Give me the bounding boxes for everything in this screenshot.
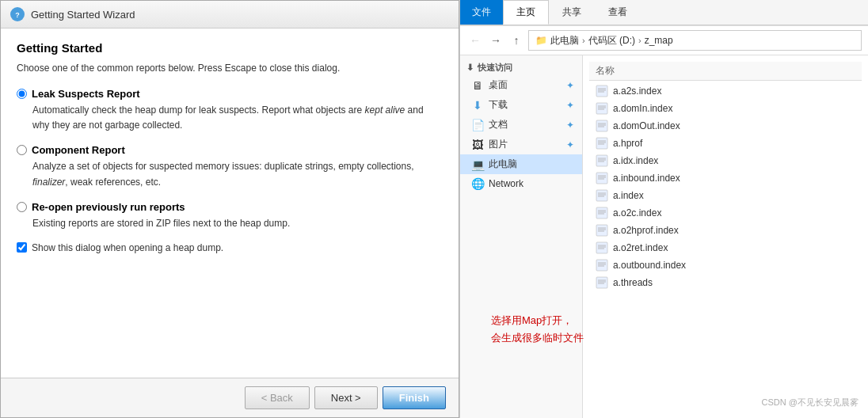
file-icon [596,276,608,289]
svg-rect-6 [596,103,607,114]
file-item-a-hprof[interactable]: a.hprof [589,135,862,152]
desktop-icon: 🖥 [471,79,484,92]
svg-text:?: ? [15,11,20,19]
file-name: a.o2ret.index [613,242,668,253]
tab-file[interactable]: 文件 [460,0,503,25]
file-item-a-a2s-index[interactable]: a.a2s.index [589,82,862,100]
file-name: a.outbound.index [613,260,686,271]
back-nav-button[interactable]: ← [466,32,484,49]
option-reopen-radio[interactable] [17,202,27,212]
next-button[interactable]: Next > [314,386,378,409]
file-name: a.domIn.index [613,103,672,114]
file-item-a-outbound-index[interactable]: a.outbound.index [589,256,862,274]
computer-icon: 💻 [471,158,484,171]
sidebar-pictures-label: 图片 [489,138,508,151]
finish-button[interactable]: Finish [383,386,446,409]
up-nav-button[interactable]: ↑ [508,32,525,49]
tab-home[interactable]: 主页 [503,0,549,25]
show-dialog-checkbox[interactable] [17,242,27,253]
wizard-subtitle: Choose one of the common reports below. … [17,61,443,75]
file-icon [596,102,608,115]
file-item-a-domin-index[interactable]: a.domIn.index [589,100,862,117]
file-icon [596,207,608,219]
file-name: a.idx.index [613,155,658,166]
download-icon: ⬇ [471,99,484,112]
pin-icon: ✦ [566,80,574,91]
picture-icon: 🖼 [471,139,484,151]
address-path[interactable]: 📁 此电脑 › 代码区 (D:) › z_map [528,30,862,51]
sidebar-item-downloads[interactable]: ⬇ 下载 ✦ [460,95,582,115]
file-item-a-o2ret-index[interactable]: a.o2ret.index [589,239,862,256]
path-icon: 📁 [535,35,547,46]
file-name: a.domOut.index [613,120,680,131]
sidebar-this-pc-label: 此电脑 [489,158,517,171]
file-icon [596,120,608,132]
sidebar-item-network[interactable]: 🌐 Network [460,174,582,193]
wizard-footer: < Back Next > Finish [1,378,459,417]
option-component-label[interactable]: Component Report [17,144,443,156]
file-list-header: 名称 [589,62,862,81]
csdn-watermark: CSDN @不见长安见晨雾 [762,397,858,408]
address-bar: ← → ↑ 📁 此电脑 › 代码区 (D:) › z_map [460,26,868,55]
file-name: a.hprof [613,138,642,149]
file-icon [596,259,608,272]
option-reopen-label[interactable]: Re-open previously run reports [17,201,443,213]
sidebar-downloads-label: 下载 [489,98,508,112]
option-leak-radio[interactable] [17,89,27,99]
wizard-content: Getting Started Choose one of the common… [1,28,459,378]
sidebar-item-this-pc[interactable]: 💻 此电脑 [460,154,582,174]
option-component: Component Report Analyze a set of object… [17,144,443,189]
sidebar-item-pictures[interactable]: 🖼 图片 ✦ [460,135,582,154]
file-name: a.index [613,190,644,201]
network-icon: 🌐 [471,177,484,190]
file-item-a-threads[interactable]: a.threads [589,274,862,291]
path-segment-folder: z_map [645,35,673,46]
svg-rect-2 [596,86,607,97]
file-item-a-o2c-index[interactable]: a.o2c.index [589,204,862,222]
option-leak: Leak Suspects Report Automatically check… [17,88,443,133]
svg-rect-46 [596,277,607,288]
option-reopen: Re-open previously run reports Existing … [17,201,443,231]
file-explorer: 文件 主页 共享 查看 ← → ↑ 📁 此电脑 › 代码区 (D:) › z_m… [459,0,868,418]
file-item-a-index[interactable]: a.index [589,187,862,204]
tab-view[interactable]: 查看 [595,0,641,25]
file-icon [596,172,608,184]
svg-rect-10 [596,120,607,131]
sidebar-documents-label: 文档 [489,118,508,131]
option-reopen-desc: Existing reports are stored in ZIP files… [17,216,443,231]
explorer-sidebar: ⬇ 快速访问 🖥 桌面 ✦ ⬇ 下载 ✦ 📄 文档 ✦ 🖼 图片 ✦ [460,55,583,418]
file-icon [596,241,608,254]
file-item-a-inbound-index[interactable]: a.inbound.index [589,169,862,187]
document-icon: 📄 [471,119,484,131]
forward-nav-button[interactable]: → [487,32,504,49]
tab-share[interactable]: 共享 [549,0,595,25]
explorer-toolbar: 文件 主页 共享 查看 [460,0,868,26]
path-segment-pc: 此电脑 [550,34,579,48]
svg-rect-38 [596,242,607,253]
sidebar-network-label: Network [489,178,523,189]
ribbon-tabs: 文件 主页 共享 查看 [460,0,868,25]
file-name: a.inbound.index [613,173,680,184]
file-icon [596,85,608,97]
back-button[interactable]: < Back [245,386,310,409]
file-item-a-o2hprof-index[interactable]: a.o2hprof.index [589,222,862,239]
svg-rect-22 [596,173,607,184]
file-icon [596,224,608,237]
file-item-a-domout-index[interactable]: a.domOut.index [589,117,862,135]
file-name: a.o2c.index [613,207,661,218]
option-component-radio[interactable] [17,145,27,155]
option-leak-label[interactable]: Leak Suspects Report [17,88,443,100]
wizard-heading: Getting Started [17,41,443,55]
pin-icon-4: ✦ [566,139,574,150]
file-icon [596,154,608,167]
file-name: a.threads [613,277,653,288]
wizard-title: Getting Started Wizard [31,9,135,21]
sidebar-item-documents[interactable]: 📄 文档 ✦ [460,115,582,135]
sidebar-item-desktop[interactable]: 🖥 桌面 ✦ [460,75,582,95]
quick-access-label: ⬇ 快速访问 [460,59,582,75]
svg-rect-42 [596,260,607,271]
file-item-a-idx-index[interactable]: a.idx.index [589,152,862,169]
file-icon [596,137,608,150]
show-dialog-label: Show this dialog when opening a heap dum… [32,242,223,253]
option-leak-text: Leak Suspects Report [32,88,140,100]
